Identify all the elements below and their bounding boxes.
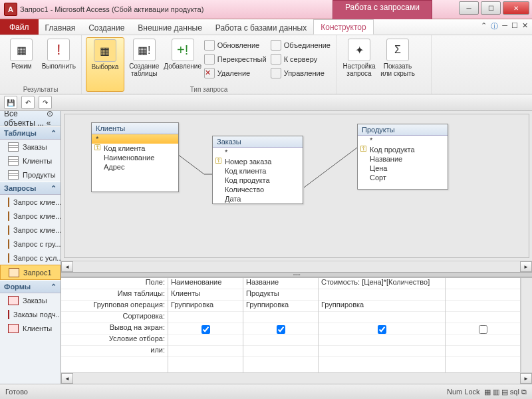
diagram-hscroll[interactable]: ◄► — [61, 261, 532, 272]
grid-cell[interactable]: Группировка — [243, 301, 318, 312]
grid-vscroll[interactable] — [521, 278, 532, 372]
grid-cell[interactable]: Группировка — [168, 301, 243, 312]
update-button[interactable]: Обновление — [204, 39, 267, 52]
nav-cat-forms[interactable]: Формы⌃ — [0, 280, 61, 293]
grid-cell[interactable]: Группировка — [319, 301, 445, 312]
grid-cell[interactable] — [446, 289, 520, 301]
mdi-close-icon[interactable]: ✕ — [522, 21, 528, 31]
tbox-field[interactable]: Код продукта — [358, 145, 448, 154]
tbox-star[interactable]: * — [213, 148, 303, 157]
grid-column[interactable] — [446, 278, 521, 372]
query-grid[interactable]: Поле: Имя таблицы: Групповая операция: С… — [61, 277, 532, 372]
select-query-button[interactable]: ▦Выборка — [86, 37, 124, 92]
view-buttons[interactable]: ▦ ▥ ▤ sql ⧉ — [484, 388, 527, 396]
scroll-left-icon[interactable]: ◄ — [61, 373, 73, 384]
ribbon-minimize-icon[interactable]: ⌃ — [481, 21, 487, 31]
grid-cell[interactable] — [319, 346, 445, 357]
show-checkbox[interactable] — [479, 325, 487, 334]
nav-item-query[interactable]: Запрос1 — [0, 265, 61, 280]
grid-cell[interactable] — [243, 312, 318, 323]
close-button[interactable]: ✕ — [503, 1, 529, 15]
run-button[interactable]: !Выполнить — [41, 37, 77, 92]
table-diagram-area[interactable]: Клиенты * Код клиента Наименование Адрес… — [64, 114, 529, 258]
grid-cell[interactable] — [319, 323, 445, 334]
grid-cell[interactable]: Наименование — [168, 278, 243, 289]
nav-item-table[interactable]: Клиенты — [0, 154, 61, 168]
grid-cell[interactable] — [168, 334, 243, 346]
help-icon[interactable]: ⓘ — [491, 21, 498, 31]
mdi-minimize-icon[interactable]: ─ — [502, 21, 507, 31]
tab-home[interactable]: Главная — [39, 21, 82, 35]
scroll-left-icon[interactable]: ◄ — [61, 261, 73, 272]
nav-item-form[interactable]: Заказы — [0, 293, 61, 307]
tbox-field[interactable]: Код продукта — [213, 176, 303, 185]
table-box-products[interactable]: Продукты * Код продукта Название Цена Со… — [357, 124, 448, 190]
tbox-header[interactable]: Продукты — [358, 124, 448, 136]
show-hide-button[interactable]: ΣПоказать или скрыть — [379, 37, 416, 92]
splitter[interactable]: ▪▪▪▪▪ — [61, 272, 532, 277]
grid-cell[interactable] — [168, 312, 243, 323]
grid-cell[interactable] — [319, 334, 445, 346]
datadef-button[interactable]: Управление — [271, 66, 331, 80]
nav-item-query[interactable]: Запрос клие... — [0, 195, 61, 209]
grid-cell[interactable] — [446, 301, 520, 312]
grid-cell[interactable] — [243, 334, 318, 346]
tab-design[interactable]: Конструктор — [313, 19, 373, 35]
passthrough-button[interactable]: К серверу — [271, 53, 331, 66]
nav-item-form[interactable]: Заказы подч... — [0, 307, 61, 321]
tbox-field[interactable]: Адрес — [92, 162, 178, 172]
tbox-field[interactable]: Дата — [213, 194, 303, 203]
scroll-right-icon[interactable]: ► — [520, 373, 532, 384]
scroll-right-icon[interactable]: ► — [520, 261, 532, 272]
grid-cell[interactable]: Клиенты — [168, 289, 243, 301]
show-checkbox[interactable] — [378, 325, 386, 334]
tbox-field[interactable]: Код клиента — [92, 144, 178, 153]
nav-item-query[interactable]: Запрос клие... — [0, 209, 61, 223]
table-box-orders[interactable]: Заказы * Номер заказа Код клиента Код пр… — [212, 136, 303, 204]
tab-external[interactable]: Внешние данные — [131, 21, 209, 35]
redo-icon[interactable]: ↷ — [39, 96, 52, 109]
grid-cell[interactable]: Название — [243, 278, 318, 289]
undo-icon[interactable]: ↶ — [21, 96, 35, 109]
union-button[interactable]: Объединение — [271, 39, 331, 52]
show-checkbox[interactable] — [201, 325, 210, 334]
grid-cell[interactable] — [319, 312, 445, 323]
grid-column[interactable]: НаименованиеКлиентыГруппировка — [168, 278, 243, 372]
tbox-header[interactable]: Заказы — [213, 136, 303, 148]
table-box-clients[interactable]: Клиенты * Код клиента Наименование Адрес — [91, 122, 179, 192]
mdi-restore-icon[interactable]: ☐ — [511, 21, 518, 31]
grid-cell[interactable]: Продукты — [243, 289, 318, 301]
nav-item-query[interactable]: Запрос клие... — [0, 223, 61, 237]
delete-button[interactable]: ✕Удаление — [204, 66, 267, 80]
grid-cell[interactable]: Стоимость: [Цена]*[Количество] — [319, 278, 445, 289]
grid-hscroll[interactable]: ◄► — [61, 372, 532, 384]
tbox-star[interactable]: * — [92, 134, 178, 144]
grid-cell[interactable] — [446, 323, 520, 334]
view-button[interactable]: ▦Режим — [4, 37, 39, 92]
grid-cell[interactable] — [168, 323, 243, 334]
grid-cell[interactable] — [446, 346, 520, 357]
nav-cat-tables[interactable]: Таблицы⌃ — [0, 126, 61, 140]
grid-cell[interactable] — [168, 346, 243, 357]
tbox-field[interactable]: Номер заказа — [213, 157, 303, 166]
nav-header[interactable]: Все объекты ...⊙ « — [0, 111, 61, 126]
crosstab-button[interactable]: Перекрестный — [204, 53, 267, 66]
grid-cell[interactable] — [243, 323, 318, 334]
tab-create[interactable]: Создание — [82, 21, 131, 35]
tbox-star[interactable]: * — [358, 136, 448, 145]
nav-cat-queries[interactable]: Запросы⌃ — [0, 182, 61, 195]
tbox-field[interactable]: Сорт — [358, 173, 448, 182]
query-setup-button[interactable]: ✦Настройка запроса — [340, 37, 378, 92]
grid-cell[interactable] — [243, 346, 318, 357]
tbox-field[interactable]: Код клиента — [213, 166, 303, 176]
nav-item-table[interactable]: Заказы — [0, 140, 61, 154]
tbox-field[interactable]: Наименование — [92, 153, 178, 162]
file-tab[interactable]: Файл — [0, 19, 39, 35]
tab-dbtools[interactable]: Работа с базами данных — [209, 21, 313, 35]
grid-column[interactable]: Стоимость: [Цена]*[Количество]Группировк… — [319, 278, 446, 372]
chevron-down-icon[interactable]: ⊙ « — [47, 111, 57, 128]
maximize-button[interactable]: ☐ — [481, 1, 501, 15]
tbox-field[interactable]: Название — [358, 154, 448, 164]
grid-cell[interactable] — [446, 278, 520, 289]
grid-cell[interactable] — [446, 312, 520, 323]
